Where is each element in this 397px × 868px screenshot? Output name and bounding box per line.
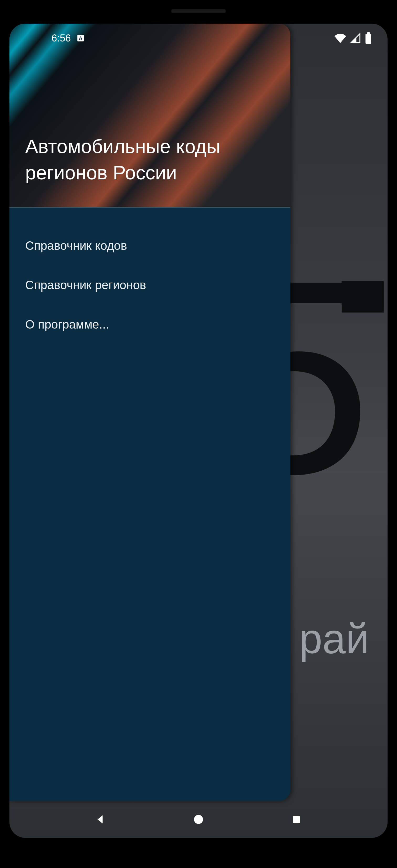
menu-item-label: О программе...: [25, 317, 109, 331]
screen: 5 рай Автомобильные коды регионов России…: [9, 24, 388, 838]
status-bar: 6:56 A: [9, 24, 388, 53]
menu-item-about[interactable]: О программе...: [9, 305, 291, 344]
nav-home-button[interactable]: [187, 808, 210, 831]
menu-item-label: Справочник регионов: [25, 278, 146, 292]
svg-rect-2: [366, 34, 371, 44]
signal-icon: [350, 33, 361, 43]
menu-item-label: Справочник кодов: [25, 239, 127, 252]
battery-icon: [365, 32, 372, 44]
status-time: 6:56: [52, 33, 71, 44]
nav-recents-button[interactable]: [285, 808, 308, 831]
svg-rect-3: [367, 32, 370, 34]
nav-back-button[interactable]: [89, 808, 112, 831]
keyboard-indicator-icon: A: [77, 34, 85, 42]
svg-rect-5: [293, 816, 300, 823]
device-frame: 5 рай Автомобильные коды регионов России…: [0, 0, 397, 868]
speaker-slit: [171, 9, 226, 13]
menu-item-codes[interactable]: Справочник кодов: [9, 226, 291, 265]
svg-text:A: A: [79, 35, 83, 41]
app-title: Автомобильные коды регионов России: [25, 133, 275, 186]
svg-point-4: [194, 815, 203, 824]
navigation-drawer: Автомобильные коды регионов России Справ…: [9, 24, 291, 801]
status-right: [335, 32, 372, 44]
system-navigation-bar: [9, 801, 388, 838]
status-left: 6:56 A: [25, 33, 85, 44]
drawer-menu: Справочник кодов Справочник регионов О п…: [9, 208, 291, 363]
region-name-partial: рай: [299, 615, 369, 663]
wifi-icon: [335, 32, 346, 44]
menu-item-regions[interactable]: Справочник регионов: [9, 265, 291, 305]
